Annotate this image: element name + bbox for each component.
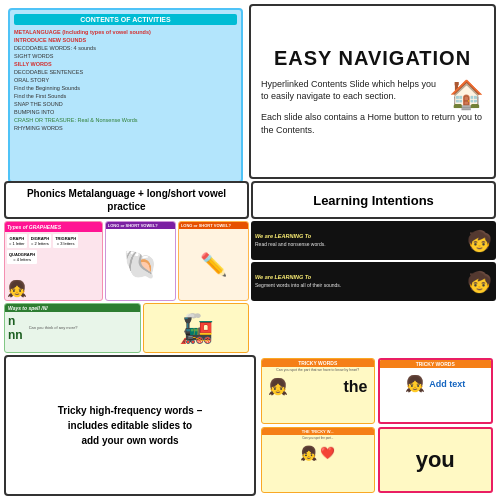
contents-item: SILLY WORDS bbox=[14, 60, 237, 68]
learning-card2-title: We are LEARNING To bbox=[255, 274, 464, 280]
add-text-label: Add text bbox=[429, 379, 465, 389]
learning-card1-title: We are LEARNING To bbox=[255, 233, 464, 239]
graphemes-item: TRIGRAPH = 3 letters bbox=[53, 234, 78, 248]
phonics-label-text: Phonics Metalanguage + long/short vowel … bbox=[27, 188, 226, 212]
graphemes-card: Types of GRAPHEMES GRAPH = 1 letter DIGR… bbox=[4, 221, 103, 301]
learning-card2-text: Segment words into all of their sounds. bbox=[255, 282, 464, 289]
contents-item: Find the First Sounds bbox=[14, 92, 237, 100]
tricky-card-add: TRICKY WORDS 👧 Add text bbox=[378, 358, 494, 424]
person-icon1: 🧒 bbox=[467, 229, 492, 253]
learning-label: Learning Intentions bbox=[313, 193, 434, 208]
ways-caption: Can you think of any more? bbox=[29, 325, 78, 330]
tricky-card-add-header: TRICKY WORDS bbox=[380, 360, 492, 368]
tricky-card-header: TRICKY WORDS bbox=[262, 359, 374, 367]
tricky-word-the: the bbox=[344, 378, 368, 396]
tricky-desc-text: Tricky high-frequency words –includes ed… bbox=[58, 403, 202, 448]
tricky-card-the2: THE TRICKY W... Can you spot the part...… bbox=[261, 427, 375, 493]
heart-icon: ❤️ bbox=[320, 446, 335, 460]
nav-panel: EASY NAVIGATION Hyperlinked Contents Sli… bbox=[249, 4, 496, 179]
contents-item: SNAP THE SOUND bbox=[14, 100, 237, 108]
learning-card1-text: Read real and nonsense words. bbox=[255, 241, 464, 248]
learning-card2: We are LEARNING To Segment words into al… bbox=[251, 262, 496, 301]
contents-item: Find the Beginning Sounds bbox=[14, 84, 237, 92]
contents-item: INTRODUCE NEW SOUNDS bbox=[14, 36, 237, 44]
nav-text1: Hyperlinked Contents Slide which helps y… bbox=[261, 78, 443, 103]
contents-item: RHYMING WORDS bbox=[14, 124, 237, 132]
graphemes-item: QUADGRAPH = 4 letters bbox=[7, 250, 37, 264]
person-icon3: 👧 bbox=[268, 377, 288, 396]
phonics-label: Phonics Metalanguage + long/short vowel … bbox=[10, 187, 243, 213]
long-short-card1-title: LONG or SHORT VOWEL? bbox=[106, 222, 175, 229]
graphemes-item: GRAPH = 1 letter bbox=[7, 234, 27, 248]
learning-label-box: Learning Intentions bbox=[251, 181, 496, 219]
tricky-card-the2-header: THE TRICKY W... bbox=[262, 428, 374, 435]
graphemes-item: DIGRAPH = 2 letters bbox=[29, 234, 51, 248]
nav-text2: Each slide also contains a Home button t… bbox=[261, 111, 484, 136]
graphemes-card-title: Types of GRAPHEMES bbox=[5, 222, 102, 232]
ways-letter-n: n bbox=[8, 315, 23, 327]
contents-panel: CONTENTS OF ACTIVITIES METALANGUAGE (Inc… bbox=[8, 8, 243, 183]
tricky-card-you: you bbox=[378, 427, 494, 493]
contents-item: ORAL STORY bbox=[14, 76, 237, 84]
tricky-desc-box: Tricky high-frequency words –includes ed… bbox=[4, 355, 256, 496]
contents-title: CONTENTS OF ACTIVITIES bbox=[14, 14, 237, 25]
nav-title: EASY NAVIGATION bbox=[261, 47, 484, 70]
learning-card1: We are LEARNING To Read real and nonsens… bbox=[251, 221, 496, 260]
contents-items: METALANGUAGE (Including types of vowel s… bbox=[14, 28, 237, 132]
contents-item: METALANGUAGE (Including types of vowel s… bbox=[14, 28, 237, 36]
train-card: 🚂 bbox=[143, 303, 249, 353]
you-word: you bbox=[416, 447, 455, 473]
contents-item: DECODABLE WORDS: 4 sounds bbox=[14, 44, 237, 52]
contents-item: CRASH OR TREASURE: Real & Nonsense Words bbox=[14, 116, 237, 124]
contents-item: BUMPING INTO bbox=[14, 108, 237, 116]
contents-item: DECODABLE SENTENCES bbox=[14, 68, 237, 76]
contents-item: SIGHT WORDS bbox=[14, 52, 237, 60]
person-icon5: 👧 bbox=[300, 445, 317, 461]
ways-letter-nn: nn bbox=[8, 329, 23, 341]
person-icon4: 👧 bbox=[405, 374, 425, 393]
ways-to-spell-card: Ways to spell /N/ n nn Can you think of … bbox=[4, 303, 141, 353]
phonics-label-box: Phonics Metalanguage + long/short vowel … bbox=[4, 181, 249, 219]
long-short-card2: LONG or SHORT VOWEL? ✏️ bbox=[178, 221, 249, 301]
long-short-card1: LONG or SHORT VOWEL? 🐚 bbox=[105, 221, 176, 301]
house-icon: 🏠 bbox=[449, 78, 484, 111]
tricky-card-the: TRICKY WORDS Can you spot the part that … bbox=[261, 358, 375, 424]
person-icon2: 🧒 bbox=[467, 270, 492, 294]
long-short-card2-title: LONG or SHORT VOWEL? bbox=[179, 222, 248, 229]
ways-title: Ways to spell /N/ bbox=[5, 304, 140, 312]
